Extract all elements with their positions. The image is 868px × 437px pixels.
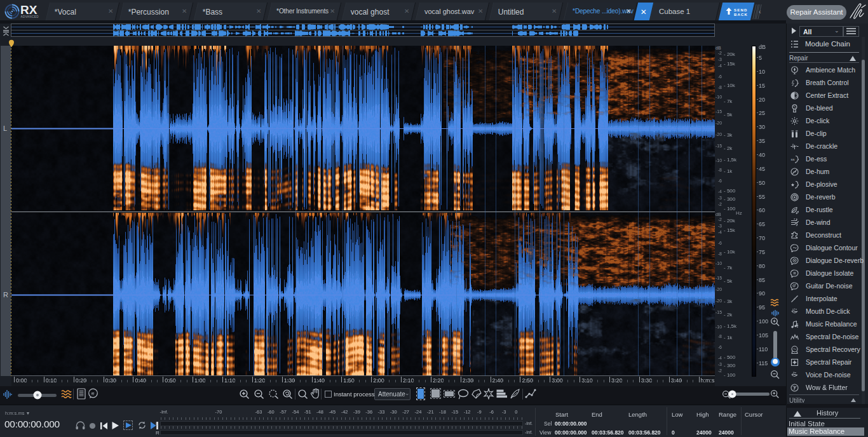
svg-text:ADVANCED: ADVANCED	[21, 15, 39, 18]
svg-text:SEND: SEND	[734, 8, 747, 12]
svg-text:BACK: BACK	[734, 13, 748, 17]
svg-text:≋: ≋	[91, 391, 95, 396]
svg-text:ss: ss	[791, 158, 795, 161]
